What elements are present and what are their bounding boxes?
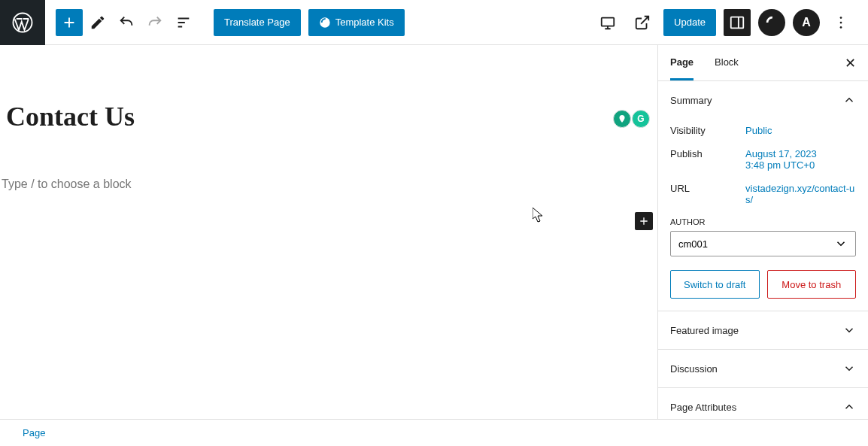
chevron-down-icon [834,237,848,250]
update-button[interactable]: Update [663,9,716,36]
close-sidebar-button[interactable]: ✕ [845,55,856,71]
tab-block[interactable]: Block [715,46,739,80]
page-attributes-header[interactable]: Page Attributes [658,388,868,419]
author-label: AUTHOR [670,217,856,226]
discussion-title: Discussion [670,363,718,375]
toolbar-right: Update A [594,9,868,36]
svg-point-5 [840,21,842,23]
sidebar-toggle-button[interactable] [724,9,751,36]
extension-badges: G [613,110,650,128]
publish-value[interactable]: August 17, 20233:48 pm UTC+0 [745,148,817,171]
undo-button[interactable] [113,9,140,36]
summary-panel-header[interactable]: Summary [658,81,868,119]
topbar: Translate Page Template Kits Update A [0,0,868,45]
settings-sidebar: Page Block ✕ Summary Visibility Public P… [657,45,868,419]
yoast-icon[interactable] [613,110,631,128]
edit-icon[interactable] [84,9,111,36]
page-attributes-panel: Page Attributes [658,388,868,419]
featured-image-header[interactable]: Featured image [658,311,868,349]
redo-button[interactable] [141,9,168,36]
svg-point-6 [840,26,842,29]
external-link-icon[interactable] [629,9,656,36]
chevron-up-icon [842,400,856,414]
tab-page[interactable]: Page [670,46,693,80]
summary-panel: Summary Visibility Public Publish August… [658,81,868,311]
wordpress-logo[interactable] [0,0,45,45]
svg-rect-3 [731,17,744,28]
page-attributes-title: Page Attributes [670,402,736,413]
speed-icon[interactable] [758,9,785,36]
svg-point-4 [840,17,842,19]
add-block-button[interactable] [56,9,83,36]
chevron-down-icon [842,362,856,375]
author-select[interactable]: cm001 [670,231,856,256]
move-to-trash-button[interactable]: Move to trash [767,270,857,299]
svg-rect-2 [602,17,615,26]
grammarly-icon[interactable]: G [632,110,650,128]
author-value: cm001 [678,238,708,250]
discussion-panel: Discussion [658,350,868,388]
chevron-down-icon [842,323,856,337]
featured-image-title: Featured image [670,325,739,336]
block-placeholder[interactable]: Type / to choose a block [0,132,657,191]
summary-title: Summary [670,95,712,106]
footer-breadcrumb: Page [0,419,868,446]
editor-canvas: Contact Us Type / to choose a block [0,45,657,419]
sidebar-tabs: Page Block ✕ [658,45,868,81]
switch-to-draft-button[interactable]: Switch to draft [670,270,760,299]
visibility-label: Visibility [670,125,745,136]
visibility-value[interactable]: Public [745,125,772,136]
more-options-button[interactable] [827,9,854,36]
template-kits-button[interactable]: Template Kits [308,9,405,36]
astra-icon[interactable]: A [793,9,820,36]
publish-label: Publish [670,148,745,171]
toolbar-left: Translate Page Template Kits [45,9,405,36]
url-label: URL [670,183,745,205]
list-view-button[interactable] [170,9,197,36]
desktop-view-icon[interactable] [594,9,621,36]
page-title[interactable]: Contact Us [0,45,657,132]
template-kits-label: Template Kits [335,17,394,28]
discussion-header[interactable]: Discussion [658,350,868,387]
breadcrumb-page[interactable]: Page [23,427,45,438]
featured-image-panel: Featured image [658,311,868,350]
url-value[interactable]: vistadezign.xyz/contact-us/ [745,183,854,205]
translate-page-button[interactable]: Translate Page [214,9,301,36]
add-block-inline-button[interactable] [635,212,653,230]
chevron-up-icon [842,93,856,107]
